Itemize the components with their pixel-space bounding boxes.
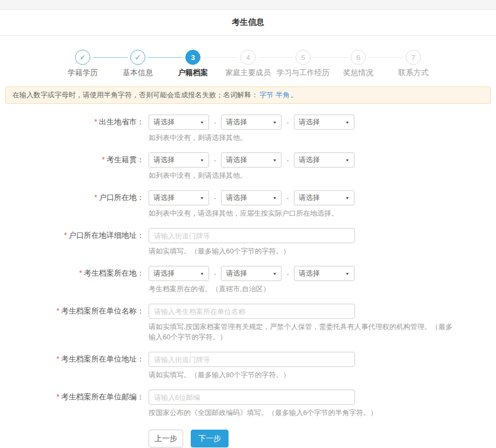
field-hint: 考生档案所在的省。（直辖市,自治区） <box>149 284 458 294</box>
birthplace-row: *出生地省市： 请选择▼ - 请选择▼ - 请选择▼ 如列表中没有，则请选择其他… <box>0 115 496 143</box>
step-7-circle: 7 <box>406 50 421 65</box>
step-6-rewards-punishments[interactable]: 6 奖惩情况 <box>331 50 386 78</box>
step-1-school-record[interactable]: ✓ 学籍学历 <box>55 50 110 78</box>
field-label: *出生地省市： <box>0 117 144 127</box>
archive-unit-name-row: *考生档案所在单位名称： 请如实填写,按国家档案管理有关规定，严禁个人保管，需委… <box>0 304 496 342</box>
archive-unit-name-input[interactable] <box>149 304 355 319</box>
required-mark: * <box>57 355 59 363</box>
field-label: *考生档案所在地： <box>0 269 144 278</box>
archive-unit-zipcode-input[interactable] <box>149 390 355 405</box>
household-detail-address-input[interactable] <box>149 228 355 243</box>
step-number: 7 <box>411 54 415 62</box>
top-strip <box>0 0 496 10</box>
archive-unit-address-input[interactable] <box>149 352 355 367</box>
dropdown-arrow-icon: ▼ <box>200 196 204 200</box>
step-label: 户籍档案 <box>178 68 208 78</box>
prev-step-button[interactable]: 上一步 <box>149 430 183 447</box>
separator: - <box>286 156 289 164</box>
step-label: 联系方式 <box>398 68 428 78</box>
step-1-circle: ✓ <box>75 50 90 65</box>
dropdown-arrow-icon: ▼ <box>345 196 350 200</box>
halfwidth-definition-link[interactable]: 半角 <box>276 91 290 99</box>
native-place-district-select[interactable]: 请选择▼ <box>294 152 354 168</box>
dropdown-arrow-icon: ▼ <box>272 158 277 162</box>
field-hint: 如列表中没有，请选择其他，应届生按实际户口所在地选择。 <box>149 208 458 218</box>
step-6-circle: 6 <box>351 50 366 65</box>
step-7-contact-info[interactable]: 7 联系方式 <box>386 50 441 78</box>
field-label: *考生档案所在单位邮编： <box>0 392 144 402</box>
archive-district-select[interactable]: 请选择▼ <box>294 266 354 281</box>
page-header: 考生信息 <box>0 10 496 36</box>
native-place-city-select[interactable]: 请选择▼ <box>221 152 281 168</box>
separator: - <box>214 156 216 164</box>
birthplace-district-select[interactable]: 请选择▼ <box>294 115 354 130</box>
next-step-button[interactable]: 下一步 <box>191 430 229 447</box>
birthplace-city-select[interactable]: 请选择▼ <box>221 115 281 130</box>
separator: - <box>286 270 289 278</box>
household-archive-form: *出生地省市： 请选择▼ - 请选择▼ - 请选择▼ 如列表中没有，则请选择其他… <box>0 104 496 447</box>
household-district-select[interactable]: 请选择▼ <box>294 190 354 205</box>
field-label: *考生档案所在单位名称： <box>0 306 144 316</box>
step-3-circle: 3 <box>185 50 200 65</box>
archive-location-row: *考生档案所在地： 请选择▼ - 请选择▼ - 请选择▼ 考生档案所在的省。（直… <box>0 266 496 294</box>
halfwidth-notice-bar: 在输入数字或字母时，请使用半角字符，否则可能会造成报名失败；名词解释：字节半角。 <box>5 86 491 104</box>
dropdown-arrow-icon: ▼ <box>272 271 277 276</box>
dropdown-arrow-icon: ▼ <box>200 271 204 276</box>
field-hint: 请如实填写,按国家档案管理有关规定，严禁个人保管，需委托具有人事代理权的机构管理… <box>149 322 458 342</box>
archive-city-select[interactable]: 请选择▼ <box>221 266 281 281</box>
archive-province-select[interactable]: 请选择▼ <box>149 266 209 281</box>
step-label: 奖惩情况 <box>343 68 373 78</box>
field-hint: 按国家公布的《全国邮政编码》填写。（最多输入6个字节的半角字符。） <box>149 407 458 418</box>
step-5-study-work-history[interactable]: 5 学习与工作经历 <box>276 50 331 78</box>
field-hint: 请如实填写。（最多输入80个字节的字符。） <box>149 370 458 380</box>
dropdown-arrow-icon: ▼ <box>345 158 350 162</box>
step-2-circle: ✓ <box>130 50 145 65</box>
step-4-family-members[interactable]: 4 家庭主要成员 <box>220 50 276 78</box>
household-city-select[interactable]: 请选择▼ <box>221 190 281 205</box>
required-mark: * <box>102 155 105 164</box>
form-actions: 上一步 下一步 <box>0 430 496 447</box>
birthplace-province-select[interactable]: 请选择▼ <box>149 115 209 130</box>
field-hint: 如列表中没有，则请选择其他。 <box>149 170 458 180</box>
step-label: 学籍学历 <box>68 68 98 78</box>
field-hint: 如列表中没有，则请选择其他。 <box>149 132 458 143</box>
dropdown-arrow-icon: ▼ <box>272 120 277 124</box>
separator: - <box>214 194 216 202</box>
byte-definition-link[interactable]: 字节 <box>259 91 273 99</box>
required-mark: * <box>57 306 59 315</box>
dropdown-arrow-icon: ▼ <box>272 196 277 200</box>
native-place-row: *考生籍贯： 请选择▼ - 请选择▼ - 请选择▼ 如列表中没有，则请选择其他。 <box>0 152 496 180</box>
step-number: 4 <box>246 54 250 62</box>
check-icon: ✓ <box>135 53 141 62</box>
field-hint: 请如实填写。（最多输入60个字节的字符。） <box>149 246 458 256</box>
step-label: 基本信息 <box>123 68 153 78</box>
dropdown-arrow-icon: ▼ <box>345 271 350 276</box>
required-mark: * <box>57 392 59 401</box>
required-mark: * <box>95 193 97 202</box>
household-location-row: *户口所在地： 请选择▼ - 请选择▼ - 请选择▼ 如列表中没有，请选择其他，… <box>0 190 496 218</box>
archive-unit-address-row: *考生档案所在单位地址： 请如实填写。（最多输入80个字节的字符。） <box>0 352 496 380</box>
step-number: 5 <box>301 54 305 62</box>
required-mark: * <box>79 269 82 277</box>
separator: - <box>214 270 216 278</box>
household-detail-address-row: *户口所在地详细地址： 请如实填写。（最多输入60个字节的字符。） <box>0 228 496 256</box>
field-label: *考生籍贯： <box>0 155 144 165</box>
step-label: 学习与工作经历 <box>277 68 330 78</box>
page-title: 考生信息 <box>232 17 264 28</box>
field-label: *户口所在地详细地址： <box>0 231 144 240</box>
dropdown-arrow-icon: ▼ <box>200 158 204 162</box>
dropdown-arrow-icon: ▼ <box>200 120 204 124</box>
step-2-basic-info[interactable]: ✓ 基本信息 <box>110 50 165 78</box>
household-province-select[interactable]: 请选择▼ <box>149 190 209 205</box>
step-3-household-archive[interactable]: 3 户籍档案 <box>165 50 220 78</box>
dropdown-arrow-icon: ▼ <box>345 120 350 124</box>
notice-text: 在输入数字或字母时，请使用半角字符，否则可能会造成报名失败；名词解释： <box>12 91 258 99</box>
check-icon: ✓ <box>79 53 86 62</box>
native-place-province-select[interactable]: 请选择▼ <box>149 152 209 168</box>
stepper: ✓ 学籍学历 ✓ 基本信息 3 户籍档案 4 家庭主要成员 5 学习与工作经历 … <box>55 36 441 86</box>
field-label: *户口所在地： <box>0 193 144 203</box>
step-label: 家庭主要成员 <box>225 68 271 78</box>
field-label: *考生档案所在单位地址： <box>0 355 144 364</box>
archive-unit-zipcode-row: *考生档案所在单位邮编： 按国家公布的《全国邮政编码》填写。（最多输入6个字节的… <box>0 390 496 418</box>
separator: - <box>286 194 289 202</box>
